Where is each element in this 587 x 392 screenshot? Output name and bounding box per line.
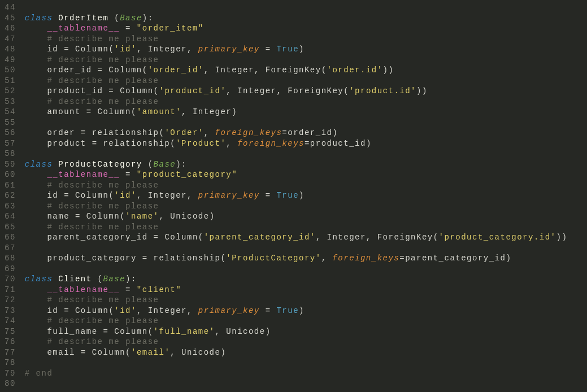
- token-op: [25, 254, 47, 263]
- token-ident: amount: [47, 107, 80, 116]
- token-call: ForeignKey: [288, 86, 343, 95]
- code-line[interactable]: id = Column('id', Integer, primary_key =…: [25, 190, 568, 201]
- code-line[interactable]: id = Column('id', Integer, primary_key =…: [25, 44, 568, 55]
- token-str: 'parent_category_id': [204, 233, 316, 242]
- code-line[interactable]: [25, 264, 568, 275]
- token-params: Integer: [237, 86, 276, 95]
- token-op: ): [210, 212, 215, 221]
- token-op: =: [58, 45, 75, 54]
- code-line[interactable]: # describe me please: [25, 295, 568, 306]
- token-call: relationship: [103, 139, 170, 148]
- token-op: [25, 66, 47, 75]
- token-params: Unicode: [226, 327, 265, 336]
- token-call: ForeignKey: [377, 233, 433, 242]
- token-str: 'order_id': [148, 66, 204, 75]
- code-line[interactable]: [25, 2, 568, 13]
- token-op: =: [58, 306, 75, 315]
- token-op: [25, 55, 47, 64]
- code-line[interactable]: __tablename__ = "order_item": [25, 23, 568, 34]
- token-op: (: [148, 327, 154, 336]
- code-line[interactable]: product = relationship('Product', foreig…: [25, 138, 568, 149]
- code-line[interactable]: order = relationship('Order', foreign_ke…: [25, 128, 568, 138]
- token-op: ,: [215, 327, 227, 336]
- token-ident: id: [47, 45, 58, 54]
- token-op: [25, 191, 47, 200]
- token-op: =: [75, 348, 92, 357]
- token-ident: order: [47, 128, 75, 137]
- token-op: [25, 107, 47, 116]
- code-line[interactable]: [25, 378, 568, 389]
- code-line[interactable]: # describe me please: [25, 34, 568, 45]
- token-ident: email: [47, 348, 75, 357]
- token-op: (: [321, 66, 327, 75]
- token-op: [25, 285, 47, 294]
- token-str: 'product_id': [159, 86, 226, 95]
- token-op: (: [433, 233, 439, 242]
- code-line[interactable]: # describe me please: [25, 337, 568, 347]
- token-ident: order_id: [47, 66, 92, 75]
- token-op: ,: [366, 233, 377, 242]
- code-line[interactable]: [25, 149, 568, 159]
- token-op: ): [506, 254, 511, 263]
- token-op: =: [120, 24, 137, 33]
- code-editor[interactable]: 44 45 46 47 48 49 50 51 52 53 54 55 56 5…: [0, 0, 587, 389]
- token-spec: __tablename__: [47, 170, 120, 179]
- code-line[interactable]: # describe me please: [25, 180, 568, 191]
- token-op: ,: [181, 107, 193, 116]
- token-params: Unicode: [170, 212, 209, 221]
- code-line[interactable]: # describe me please: [25, 97, 568, 107]
- code-line[interactable]: amount = Column('amount', Integer): [25, 107, 568, 117]
- code-line[interactable]: # describe me please: [25, 201, 568, 212]
- token-op: ,: [137, 45, 148, 54]
- token-op: )): [416, 86, 428, 95]
- code-line[interactable]: full_name = Column('full_name', Unicode): [25, 326, 568, 337]
- code-line[interactable]: product_category = relationship('Product…: [25, 253, 568, 264]
- token-op: =: [103, 86, 120, 95]
- code-line[interactable]: id = Column('id', Integer, primary_key =…: [25, 306, 568, 316]
- token-cmt: # describe me please: [47, 34, 159, 43]
- code-line[interactable]: __tablename__ = "product_category": [25, 169, 568, 180]
- token-kwarg: foreign_keys: [215, 128, 282, 137]
- token-op: =: [75, 128, 92, 137]
- token-call: relationship: [154, 254, 221, 263]
- token-op: ):: [142, 14, 154, 23]
- code-line[interactable]: # describe me please: [25, 316, 568, 326]
- code-line[interactable]: parent_category_id = Column('parent_cate…: [25, 232, 568, 243]
- code-line[interactable]: [25, 358, 568, 368]
- token-base: Base: [103, 275, 125, 284]
- token-op: (: [154, 86, 159, 95]
- token-kw: class: [25, 275, 53, 284]
- code-line[interactable]: # describe me please: [25, 222, 568, 233]
- code-line[interactable]: [25, 243, 568, 254]
- code-line[interactable]: product_id = Column('product_id', Intege…: [25, 86, 568, 97]
- token-bool: True: [276, 306, 299, 315]
- token-ident: full_name: [47, 327, 97, 336]
- token-str: 'full_name': [154, 327, 215, 336]
- token-ident: order_id: [288, 128, 332, 137]
- code-line[interactable]: __tablename__ = "client": [25, 285, 568, 295]
- token-op: (: [92, 275, 103, 284]
- token-op: [25, 34, 47, 43]
- code-line[interactable]: email = Column('email', Unicode): [25, 347, 568, 358]
- token-ident: product_category: [47, 254, 136, 263]
- token-op: =: [282, 128, 288, 137]
- token-op: (: [198, 233, 204, 242]
- token-op: =: [260, 191, 277, 200]
- token-op: ): [332, 128, 338, 137]
- code-line[interactable]: name = Column('name', Unicode): [25, 211, 568, 222]
- token-op: ): [232, 107, 237, 116]
- code-line[interactable]: # end: [25, 368, 568, 379]
- code-line[interactable]: [25, 117, 568, 128]
- token-op: (: [170, 139, 176, 148]
- token-cmt: # describe me please: [47, 337, 159, 346]
- token-call: ForeignKey: [266, 66, 321, 75]
- token-cmt: # end: [25, 369, 53, 378]
- code-line[interactable]: # describe me please: [25, 55, 568, 66]
- code-line[interactable]: class Client (Base):: [25, 274, 568, 285]
- token-call: Column: [108, 66, 142, 75]
- code-line[interactable]: class ProductCategory (Base):: [25, 159, 568, 170]
- code-content[interactable]: class OrderItem (Base): __tablename__ = …: [19, 0, 568, 389]
- code-line[interactable]: # describe me please: [25, 76, 568, 86]
- code-line[interactable]: class OrderItem (Base):: [25, 13, 568, 24]
- code-line[interactable]: order_id = Column('order_id', Integer, F…: [25, 65, 568, 76]
